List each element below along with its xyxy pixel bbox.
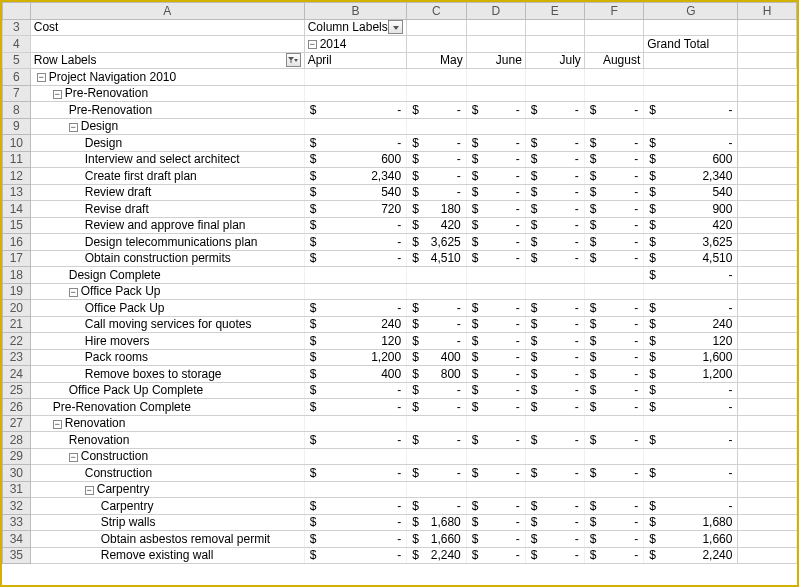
value-cell[interactable] <box>584 267 643 284</box>
value-cell[interactable]: $- <box>304 300 406 317</box>
value-cell[interactable]: $2,340 <box>644 168 738 185</box>
value-cell[interactable]: $- <box>525 399 584 416</box>
value-cell[interactable] <box>525 448 584 465</box>
value-cell[interactable]: $- <box>304 102 406 119</box>
row-header-13[interactable]: 13 <box>3 184 31 201</box>
value-cell[interactable]: $- <box>407 432 467 449</box>
col-header-D[interactable]: D <box>466 3 525 20</box>
row-header-18[interactable]: 18 <box>3 267 31 284</box>
value-cell[interactable]: $- <box>466 151 525 168</box>
value-cell[interactable]: $- <box>407 316 467 333</box>
value-cell[interactable] <box>466 283 525 300</box>
value-cell[interactable]: $- <box>584 399 643 416</box>
value-cell[interactable]: $- <box>584 316 643 333</box>
value-cell[interactable]: $720 <box>304 201 406 218</box>
value-cell[interactable] <box>407 415 467 432</box>
value-cell[interactable] <box>525 283 584 300</box>
row-header-11[interactable]: 11 <box>3 151 31 168</box>
value-cell[interactable]: $- <box>525 465 584 482</box>
value-cell[interactable]: $- <box>584 217 643 234</box>
value-cell[interactable] <box>644 448 738 465</box>
expand-icon[interactable]: − <box>53 420 62 429</box>
value-cell[interactable] <box>466 448 525 465</box>
value-cell[interactable] <box>525 415 584 432</box>
value-cell[interactable]: $- <box>525 531 584 548</box>
value-cell[interactable]: $2,240 <box>407 547 467 564</box>
value-cell[interactable]: $- <box>584 168 643 185</box>
value-cell[interactable]: $- <box>304 547 406 564</box>
value-cell[interactable]: $- <box>466 168 525 185</box>
value-cell[interactable] <box>304 415 406 432</box>
row-label[interactable]: Review draft <box>30 184 304 201</box>
value-cell[interactable]: $540 <box>644 184 738 201</box>
row-label[interactable]: Office Pack Up <box>30 300 304 317</box>
value-cell[interactable]: $- <box>466 184 525 201</box>
row-label[interactable]: Design telecommunications plan <box>30 234 304 251</box>
row-header-15[interactable]: 15 <box>3 217 31 234</box>
row-label[interactable]: Remove existing wall <box>30 547 304 564</box>
value-cell[interactable]: $- <box>525 201 584 218</box>
value-cell[interactable]: $- <box>466 531 525 548</box>
value-cell[interactable]: $- <box>304 432 406 449</box>
row-header-28[interactable]: 28 <box>3 432 31 449</box>
row-label[interactable]: Review and approve final plan <box>30 217 304 234</box>
row-header-19[interactable]: 19 <box>3 283 31 300</box>
value-cell[interactable]: $600 <box>644 151 738 168</box>
value-cell[interactable]: $- <box>584 366 643 383</box>
value-cell[interactable]: $- <box>644 399 738 416</box>
row-label[interactable]: Carpentry <box>30 498 304 515</box>
value-cell[interactable]: $600 <box>304 151 406 168</box>
value-cell[interactable]: $4,510 <box>407 250 467 267</box>
value-cell[interactable]: $800 <box>407 366 467 383</box>
value-cell[interactable]: $- <box>466 547 525 564</box>
row-label[interactable]: Obtain construction permits <box>30 250 304 267</box>
value-cell[interactable]: $- <box>466 217 525 234</box>
value-cell[interactable]: $- <box>644 135 738 152</box>
value-cell[interactable]: $- <box>466 498 525 515</box>
value-cell[interactable]: $- <box>407 465 467 482</box>
row-header-10[interactable]: 10 <box>3 135 31 152</box>
value-cell[interactable] <box>407 118 467 135</box>
value-cell[interactable]: $- <box>525 217 584 234</box>
value-cell[interactable]: $- <box>525 135 584 152</box>
pivot-column-labels[interactable]: Column Labels <box>304 19 406 36</box>
value-cell[interactable]: $- <box>525 316 584 333</box>
value-cell[interactable] <box>407 69 467 86</box>
value-cell[interactable]: $- <box>304 498 406 515</box>
expand-icon[interactable]: − <box>69 288 78 297</box>
row-header-14[interactable]: 14 <box>3 201 31 218</box>
row-label[interactable]: Pre-Renovation <box>30 102 304 119</box>
value-cell[interactable]: $420 <box>644 217 738 234</box>
row-label[interactable]: Interview and select architect <box>30 151 304 168</box>
row-header-23[interactable]: 23 <box>3 349 31 366</box>
value-cell[interactable]: $- <box>584 250 643 267</box>
value-cell[interactable]: $- <box>407 300 467 317</box>
row-header-25[interactable]: 25 <box>3 382 31 399</box>
pivot-year-group[interactable]: −2014 <box>304 36 406 53</box>
row-label[interactable]: −Carpentry <box>30 481 304 498</box>
value-cell[interactable]: $- <box>644 382 738 399</box>
value-cell[interactable] <box>584 69 643 86</box>
value-cell[interactable]: $900 <box>644 201 738 218</box>
value-cell[interactable] <box>466 415 525 432</box>
row-header-33[interactable]: 33 <box>3 514 31 531</box>
corner-cell[interactable] <box>3 3 31 20</box>
value-cell[interactable]: $- <box>407 135 467 152</box>
value-cell[interactable] <box>584 85 643 102</box>
row-label[interactable]: −Office Pack Up <box>30 283 304 300</box>
row-label[interactable]: Hire movers <box>30 333 304 350</box>
value-cell[interactable]: $- <box>304 234 406 251</box>
value-cell[interactable] <box>644 481 738 498</box>
value-cell[interactable] <box>466 85 525 102</box>
value-cell[interactable]: $- <box>584 102 643 119</box>
row-header-34[interactable]: 34 <box>3 531 31 548</box>
value-cell[interactable] <box>407 448 467 465</box>
value-cell[interactable]: $- <box>584 135 643 152</box>
month-august[interactable]: August <box>584 52 643 69</box>
row-label[interactable]: Construction <box>30 465 304 482</box>
value-cell[interactable]: $2,240 <box>644 547 738 564</box>
value-cell[interactable]: $- <box>525 514 584 531</box>
expand-icon[interactable]: − <box>69 123 78 132</box>
value-cell[interactable]: $- <box>644 465 738 482</box>
value-cell[interactable]: $- <box>304 217 406 234</box>
